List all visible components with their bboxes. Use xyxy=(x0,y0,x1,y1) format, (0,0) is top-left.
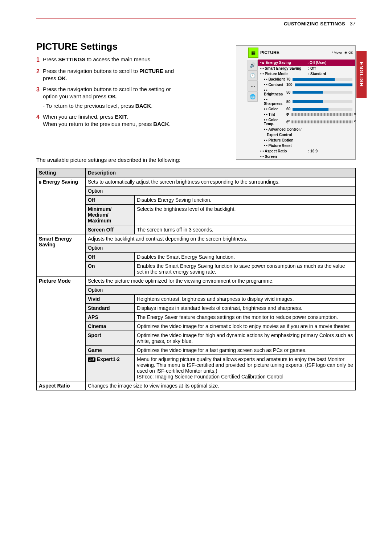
osd-row-colortemp: • Color Temp.0 xyxy=(258,117,355,127)
col-setting: Setting xyxy=(37,168,86,177)
osd-row-picoption: • Picture Option xyxy=(258,138,355,143)
osd-time-icon: 🕐 xyxy=(248,70,258,81)
expert-cell: isfExpert1·2 xyxy=(86,355,135,381)
table-row: Picture ModeSelects the picture mode opt… xyxy=(37,276,356,286)
osd-audio-icon: 🔊 xyxy=(248,60,258,70)
step-item: 1Press SETTINGS to access the main menus… xyxy=(36,56,181,64)
table-row: Aspect RatioChanges the image size to vi… xyxy=(37,381,356,390)
instruction-list: 1Press SETTINGS to access the main menus… xyxy=(36,56,181,131)
osd-row-color: • Color60 xyxy=(258,106,355,112)
osd-row-expert: Expert Control xyxy=(258,132,355,138)
table-row: ꬺ Energy SavingSets to automatically adj… xyxy=(37,177,356,187)
osd-row-aspect: • Aspect Ratio: 16:9 xyxy=(258,148,355,154)
osd-row-ses: • Smart Energy Saving: Off xyxy=(258,66,355,71)
osd-row-pm: • Picture Mode: Standard xyxy=(258,71,355,77)
col-description: Description xyxy=(86,168,356,177)
osd-move-label: ꜜ Move xyxy=(332,51,342,54)
osd-option-icon: ⋯ xyxy=(248,81,258,91)
language-tab: ENGLISH xyxy=(356,51,367,98)
step-item: 3Press the navigation buttons to scroll … xyxy=(36,86,181,110)
osd-network-icon: 🌐 xyxy=(248,91,258,102)
osd-selected-row: • ꬺ Energy Saving : Off (User) xyxy=(258,60,355,66)
step-item: 2Press the navigation buttons to scroll … xyxy=(36,67,181,82)
table-row: Smart Energy SavingAdjusts the backlight… xyxy=(37,234,356,243)
osd-row-brightness: • Brightness50 xyxy=(258,87,355,97)
osd-row-picreset: • Picture Reset xyxy=(258,143,355,148)
section-header: CUSTOMIZING SETTINGS 37 xyxy=(284,21,356,26)
osd-picture-icon: ▦ xyxy=(248,48,258,58)
page-number: 37 xyxy=(350,21,356,26)
osd-row-advanced: • Advanced Control / xyxy=(258,127,355,132)
isf-badge-icon: isf xyxy=(88,357,95,362)
osd-row-backlight: • Backlight70 xyxy=(258,77,355,82)
osd-row-contrast: • Contrast100 xyxy=(258,82,355,87)
osd-title: PICTURE xyxy=(260,50,332,55)
osd-ok-label: ◉ OK xyxy=(344,51,353,54)
settings-table: Setting Description ꬺ Energy SavingSets … xyxy=(36,168,356,390)
table-header-row: Setting Description xyxy=(37,168,356,177)
osd-row-tint: • Tint0 xyxy=(258,112,355,117)
step-item: 4When you are finished, press EXIT.When … xyxy=(36,113,181,128)
osd-row-sharpness: • Sharpness50 xyxy=(258,97,355,106)
osd-panel: ▦ PICTURE ꜜ Move ◉ OK 🔊 🕐 ⋯ 🌐 • ꬺ Energy… xyxy=(236,45,356,160)
osd-row-screen: • Screen xyxy=(258,154,355,159)
